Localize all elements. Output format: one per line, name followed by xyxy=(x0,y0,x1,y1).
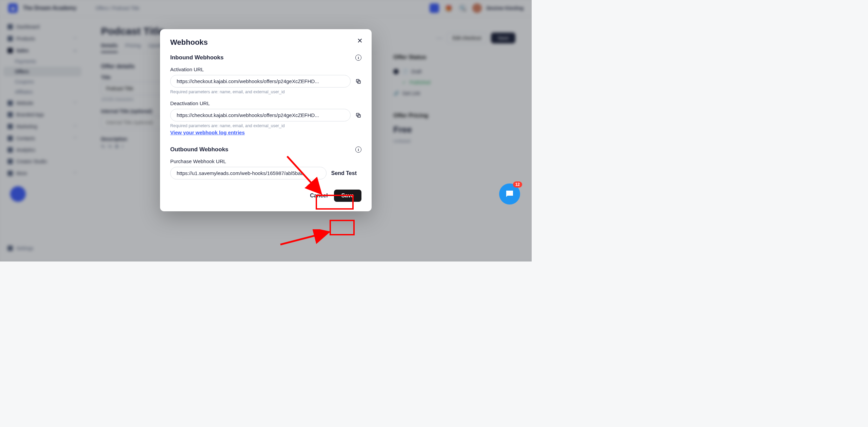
info-icon[interactable]: i xyxy=(355,55,361,61)
chat-icon xyxy=(505,189,515,199)
save-button[interactable]: Save xyxy=(334,190,361,202)
annotation-box-save xyxy=(330,220,355,235)
deactivation-url-label: Deactivation URL xyxy=(170,100,361,106)
activation-required-text: Required parameters are: name, email, an… xyxy=(170,90,361,94)
annotation-arrow-2 xyxy=(279,229,333,246)
cancel-button[interactable]: Cancel xyxy=(309,190,329,201)
activation-url-input[interactable]: https://checkout.kajabi.com/webhooks/off… xyxy=(170,75,351,88)
modal-overlay: Webhooks ✕ Inbound Webhooks i Activation… xyxy=(0,0,532,261)
copy-icon[interactable] xyxy=(355,112,361,118)
inbound-heading-text: Inbound Webhooks xyxy=(170,54,223,61)
chat-fab-button[interactable]: 12 xyxy=(499,183,520,205)
purchase-url-input[interactable]: https://u1.savemyleads.com/web-hooks/165… xyxy=(170,167,327,179)
deactivation-url-input[interactable]: https://checkout.kajabi.com/webhooks/off… xyxy=(170,109,351,121)
close-icon[interactable]: ✕ xyxy=(357,37,363,45)
inbound-heading: Inbound Webhooks i xyxy=(170,54,361,61)
chat-badge: 12 xyxy=(513,181,522,188)
modal-title: Webhooks xyxy=(170,38,361,47)
send-test-button[interactable]: Send Test xyxy=(327,167,361,179)
purchase-url-row: https://u1.savemyleads.com/web-hooks/165… xyxy=(170,167,361,179)
purchase-url-label: Purchase Webhook URL xyxy=(170,158,361,164)
deactivation-url-row: https://checkout.kajabi.com/webhooks/off… xyxy=(170,109,361,121)
deactivation-required-text: Required parameters are: name, email, an… xyxy=(170,123,361,128)
outbound-heading: Outbound Webhooks i xyxy=(170,146,361,153)
modal-actions: Cancel Save xyxy=(170,190,361,202)
svg-line-5 xyxy=(280,232,329,245)
activation-url-row: https://checkout.kajabi.com/webhooks/off… xyxy=(170,75,361,88)
outbound-heading-text: Outbound Webhooks xyxy=(170,146,229,153)
info-icon[interactable]: i xyxy=(355,147,361,153)
activation-url-label: Activation URL xyxy=(170,66,361,72)
webhooks-modal: Webhooks ✕ Inbound Webhooks i Activation… xyxy=(160,29,372,211)
webhook-log-link[interactable]: View your webhook log entries xyxy=(170,130,245,135)
copy-icon[interactable] xyxy=(355,78,361,84)
